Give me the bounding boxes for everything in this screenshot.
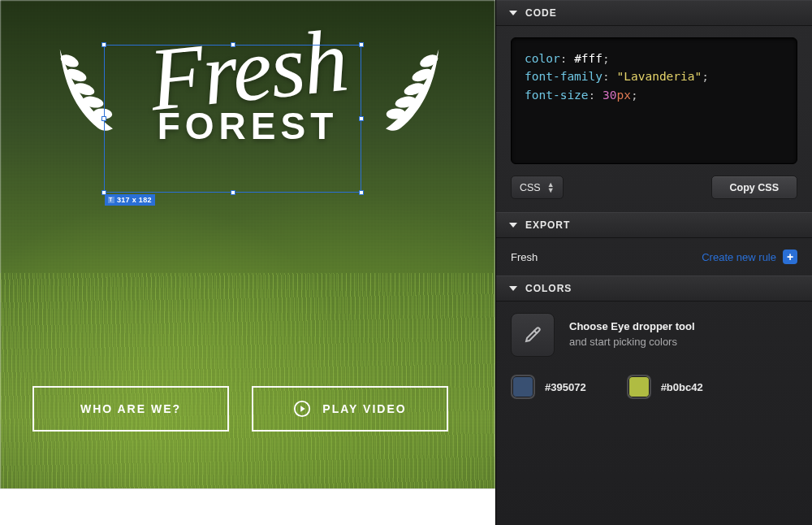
canvas-bottom-strip [0, 488, 495, 525]
svg-text:T: T [109, 197, 112, 202]
color-swatch-item[interactable]: #395072 [511, 375, 586, 399]
eyedropper-icon [523, 325, 542, 345]
color-swatch-item[interactable]: #b0bc42 [627, 375, 703, 399]
section-header-colors[interactable]: COLORS [496, 276, 812, 302]
section-title: EXPORT [525, 219, 570, 231]
color-hex-label: #395072 [545, 381, 586, 393]
disclosure-triangle-icon [509, 286, 517, 291]
copy-css-button[interactable]: Copy CSS [711, 176, 797, 199]
design-canvas[interactable]: Fresh FOREST T 317 x 182 WHO ARE WE? PLA… [0, 0, 495, 525]
code-format-select[interactable]: CSS ▲▼ [511, 176, 564, 199]
color-swatch [627, 375, 651, 399]
section-header-code[interactable]: CODE [496, 0, 812, 26]
export-layer-name: Fresh [511, 251, 538, 263]
eyedropper-tool-button[interactable] [511, 313, 555, 357]
section-title: CODE [525, 7, 557, 19]
selection-box[interactable]: T 317 x 182 [104, 45, 361, 193]
disclosure-triangle-icon [509, 223, 517, 228]
color-swatch [511, 375, 535, 399]
section-title: COLORS [525, 283, 572, 294]
play-video-button[interactable]: PLAY VIDEO [252, 386, 448, 432]
create-new-rule-link[interactable]: Create new rule + [702, 249, 797, 264]
text-layer-icon: T [108, 197, 114, 203]
code-preview[interactable]: color: #fff; font-family: "Lavanderia"; … [511, 37, 797, 164]
color-hex-label: #b0bc42 [661, 381, 703, 393]
who-are-we-button[interactable]: WHO ARE WE? [32, 386, 229, 432]
section-header-export[interactable]: EXPORT [496, 212, 812, 238]
disclosure-triangle-icon [509, 11, 517, 15]
selection-size-badge: T 317 x 182 [105, 194, 155, 206]
updown-icon: ▲▼ [547, 182, 555, 193]
plus-icon: + [783, 249, 797, 264]
inspector-panel: CODE color: #fff; font-family: "Lavander… [495, 0, 812, 525]
eyedropper-hint: Choose Eye dropper tool and start pickin… [569, 319, 695, 350]
play-icon [293, 400, 311, 418]
